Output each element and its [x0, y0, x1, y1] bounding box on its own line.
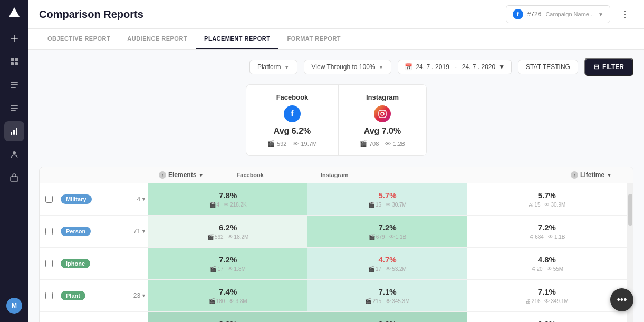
- video-icon: 🎬: [209, 298, 215, 304]
- lifetime-cell-military: 5.7% 🖨 15 👁 30.9M: [467, 183, 627, 215]
- row-count-iphone[interactable]: [122, 248, 148, 279]
- ig-pct-food: 9.9%: [378, 319, 396, 322]
- video-icon: 🎬: [210, 266, 216, 272]
- ig-cell-iphone: 4.7% 🎬17 👁53.2M: [307, 248, 467, 279]
- svg-point-19: [381, 112, 384, 115]
- row-count-food[interactable]: 24 ▼: [122, 312, 148, 322]
- sidebar-item-analytics[interactable]: [4, 121, 24, 141]
- fab-button[interactable]: •••: [610, 288, 633, 311]
- platform-dropdown[interactable]: Platform ▼: [249, 60, 297, 74]
- svg-rect-6: [15, 62, 18, 65]
- eye-icon: 👁: [385, 141, 391, 147]
- svg-marker-0: [9, 7, 20, 17]
- svg-rect-5: [11, 62, 14, 65]
- row-count-person[interactable]: 71 ▼: [122, 216, 148, 247]
- tag-iphone[interactable]: iphone: [61, 259, 90, 268]
- facebook-card: Facebook f Avg 6.2% 🎬 592 👁 19.7M: [246, 85, 339, 155]
- view-through-label: View Through to 100%: [312, 63, 376, 71]
- video-icon: 🎬: [369, 234, 375, 240]
- video-icon: 🎬: [365, 298, 371, 304]
- tag-military[interactable]: Military: [61, 194, 92, 204]
- view-through-chevron-icon: ▼: [379, 64, 384, 70]
- tab-placement[interactable]: PLACEMENT REPORT: [196, 29, 278, 49]
- ig-pct-military: 5.7%: [378, 191, 396, 200]
- facebook-view-count: 👁 19.7M: [293, 141, 317, 147]
- video-icon: 🎬: [209, 202, 216, 208]
- tag-plant[interactable]: Plant: [61, 291, 85, 300]
- header: Comparison Reports f #726 Campaign Name.…: [28, 0, 644, 29]
- fb-stats-iphone: 🎬17 👁1.8M: [210, 266, 245, 272]
- table-row: Food 24 ▼ 8.0% 🎬 👁 9.9%: [40, 312, 633, 322]
- tag-cell-military: Military: [59, 183, 122, 215]
- video-icon: 🖨: [528, 202, 533, 208]
- sidebar-item-briefcase[interactable]: [4, 168, 24, 188]
- svg-point-20: [385, 111, 386, 112]
- row-checkbox-plant[interactable]: [40, 280, 59, 311]
- sidebar-item-profile[interactable]: [4, 144, 24, 164]
- fb-stats-military: 🎬 4 👁 218.2K: [209, 202, 247, 208]
- fb-pct-food: 8.0%: [219, 319, 237, 322]
- lifetime-cell-iphone: 4.8% 🖨20 👁55M: [467, 248, 627, 279]
- row-count-plant[interactable]: 23 ▼: [122, 280, 148, 311]
- facebook-icon: f: [513, 9, 523, 19]
- sidebar-item-dashboard[interactable]: [4, 52, 24, 72]
- platform-label: Platform: [257, 63, 281, 71]
- lifetime-pct-food: 9.9%: [538, 319, 556, 322]
- eye-icon: 👁: [228, 234, 233, 240]
- scrollbar-thumb[interactable]: [628, 194, 632, 226]
- row-checkbox-military[interactable]: [40, 183, 59, 215]
- instagram-stats: 🎬 708 👁 1.2B: [360, 140, 405, 147]
- expand-icon: ▼: [141, 197, 146, 202]
- ig-stats-iphone: 🎬17 👁53.2M: [368, 266, 407, 272]
- main-content: Comparison Reports f #726 Campaign Name.…: [28, 0, 644, 322]
- svg-rect-14: [13, 130, 15, 135]
- ig-cell-military: 5.7% 🎬 15 👁 30.7M: [307, 183, 467, 215]
- table-row: iphone 7.2% 🎬17 👁1.8M 4.7%: [40, 248, 633, 280]
- info-icon: i: [571, 171, 578, 179]
- sidebar-item-reports1[interactable]: [4, 75, 24, 95]
- instagram-platform-icon: [374, 105, 391, 122]
- more-button[interactable]: ⋮: [617, 6, 633, 23]
- tab-audience[interactable]: AUDIENCE REPORT: [119, 29, 196, 49]
- instagram-platform-name: Instagram: [360, 93, 405, 101]
- filter-icon: ⊟: [594, 63, 599, 71]
- row-checkbox-person[interactable]: [40, 216, 59, 247]
- app-logo[interactable]: [6, 4, 23, 21]
- lifetime-filter[interactable]: i Lifetime ▼: [571, 171, 612, 179]
- date-range-picker[interactable]: 📅 24. 7 . 2019 - 24. 7 . 2020 ▼: [398, 60, 512, 74]
- elements-chevron-icon: ▼: [198, 172, 204, 178]
- ig-pct-iphone: 4.7%: [378, 255, 396, 264]
- tag-person[interactable]: Person: [61, 227, 91, 236]
- scrollbar: [627, 183, 633, 215]
- eye-icon: 👁: [224, 202, 229, 208]
- date-separator: -: [455, 63, 457, 71]
- facebook-video-count: 🎬 592: [267, 140, 286, 147]
- sidebar-item-add[interactable]: [4, 28, 24, 48]
- lifetime-stats-military: 🖨 15 👁 30.9M: [528, 202, 565, 208]
- toolbar: Platform ▼ View Through to 100% ▼ 📅 24. …: [39, 58, 633, 76]
- lifetime-pct-iphone: 4.8%: [538, 255, 556, 264]
- filter-button[interactable]: ⊟ FILTER: [584, 58, 633, 76]
- chat-icon: •••: [617, 295, 627, 306]
- avatar[interactable]: M: [6, 298, 22, 314]
- stat-testing-button[interactable]: STAT TESTING: [518, 60, 578, 74]
- fb-pct-military: 7.8%: [219, 191, 237, 200]
- elements-filter[interactable]: i Elements ▼: [155, 171, 208, 179]
- row-checkbox-iphone[interactable]: [40, 248, 59, 279]
- fb-pct-plant: 7.4%: [219, 287, 237, 296]
- table-row: Person 71 ▼ 6.2% 🎬562 👁18.2M 7: [40, 216, 633, 248]
- video-icon: 🎬: [207, 234, 214, 240]
- elements-label: Elements: [168, 171, 196, 179]
- tab-objective[interactable]: OBJECTIVE REPORT: [39, 29, 119, 49]
- tab-format[interactable]: FORMAT REPORT: [278, 29, 349, 49]
- fb-cell-food: 8.0% 🎬 👁: [148, 312, 307, 322]
- content-area: Platform ▼ View Through to 100% ▼ 📅 24. …: [28, 50, 644, 322]
- campaign-selector[interactable]: f #726 Campaign Name... ▼: [506, 5, 610, 23]
- table-row: Plant 23 ▼ 7.4% 🎬180 👁3.8M 7.1: [40, 280, 633, 312]
- view-through-dropdown[interactable]: View Through to 100% ▼: [304, 60, 392, 74]
- sidebar-item-reports2[interactable]: [4, 98, 24, 118]
- date-chevron-icon: ▼: [498, 63, 505, 71]
- row-count-military[interactable]: 4 ▼: [122, 183, 148, 215]
- row-checkbox-food[interactable]: [40, 312, 59, 322]
- fb-views-military: 👁 218.2K: [224, 202, 247, 208]
